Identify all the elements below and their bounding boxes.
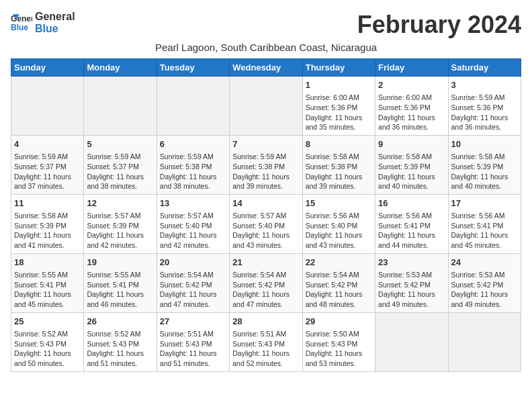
calendar-cell: 7Sunrise: 5:59 AM Sunset: 5:38 PM Daylig… — [230, 135, 302, 194]
day-number: 13 — [160, 197, 226, 210]
calendar-cell: 9Sunrise: 5:58 AM Sunset: 5:39 PM Daylig… — [375, 135, 448, 194]
day-info: Sunrise: 5:59 AM Sunset: 5:38 PM Dayligh… — [232, 152, 299, 191]
day-number: 7 — [232, 138, 299, 150]
calendar-cell: 27Sunrise: 5:51 AM Sunset: 5:43 PM Dayli… — [157, 312, 229, 371]
calendar-cell: 13Sunrise: 5:57 AM Sunset: 5:40 PM Dayli… — [157, 194, 229, 253]
calendar-cell: 28Sunrise: 5:51 AM Sunset: 5:43 PM Dayli… — [230, 312, 302, 371]
day-number: 1 — [306, 79, 372, 91]
svg-text:Blue: Blue — [11, 24, 28, 33]
day-number: 15 — [306, 197, 372, 210]
header-day-monday: Monday — [84, 59, 157, 77]
day-info: Sunrise: 5:53 AM Sunset: 5:42 PM Dayligh… — [378, 270, 445, 310]
day-info: Sunrise: 5:51 AM Sunset: 5:43 PM Dayligh… — [160, 329, 226, 369]
calendar-cell: 16Sunrise: 5:56 AM Sunset: 5:41 PM Dayli… — [375, 194, 448, 253]
day-number: 8 — [306, 138, 372, 150]
calendar-cell: 26Sunrise: 5:52 AM Sunset: 5:43 PM Dayli… — [84, 312, 157, 371]
calendar-cell: 1Sunrise: 6:00 AM Sunset: 5:36 PM Daylig… — [302, 77, 375, 136]
calendar-cell: 20Sunrise: 5:54 AM Sunset: 5:42 PM Dayli… — [157, 253, 229, 312]
day-info: Sunrise: 5:57 AM Sunset: 5:40 PM Dayligh… — [232, 211, 299, 250]
calendar-cell — [157, 77, 229, 136]
day-number: 16 — [378, 197, 445, 210]
day-info: Sunrise: 5:58 AM Sunset: 5:39 PM Dayligh… — [14, 211, 81, 250]
page-title: February 2024 — [357, 11, 521, 39]
calendar-cell — [448, 312, 521, 371]
logo-line2: Blue — [35, 23, 75, 35]
day-info: Sunrise: 5:55 AM Sunset: 5:41 PM Dayligh… — [87, 270, 153, 310]
day-number: 11 — [14, 197, 81, 210]
day-info: Sunrise: 5:54 AM Sunset: 5:42 PM Dayligh… — [232, 270, 299, 310]
day-number: 24 — [451, 257, 518, 269]
calendar-cell — [11, 77, 84, 136]
day-number: 29 — [306, 316, 372, 328]
day-number: 23 — [378, 257, 445, 269]
day-info: Sunrise: 6:00 AM Sunset: 5:36 PM Dayligh… — [378, 93, 445, 132]
day-info: Sunrise: 5:58 AM Sunset: 5:38 PM Dayligh… — [306, 152, 372, 191]
day-number: 2 — [378, 79, 445, 91]
day-number: 28 — [232, 316, 299, 328]
calendar-cell: 2Sunrise: 6:00 AM Sunset: 5:36 PM Daylig… — [375, 77, 448, 136]
calendar-cell — [375, 312, 448, 371]
header-day-sunday: Sunday — [11, 59, 84, 77]
day-number: 14 — [232, 197, 299, 210]
day-number: 27 — [160, 316, 226, 328]
calendar-cell: 25Sunrise: 5:52 AM Sunset: 5:43 PM Dayli… — [11, 312, 84, 371]
page-header: General Blue General Blue February 2024 — [11, 11, 521, 39]
calendar-header-row: SundayMondayTuesdayWednesdayThursdayFrid… — [11, 59, 521, 77]
calendar-cell: 17Sunrise: 5:56 AM Sunset: 5:41 PM Dayli… — [448, 194, 521, 253]
day-info: Sunrise: 5:59 AM Sunset: 5:37 PM Dayligh… — [14, 152, 81, 191]
calendar-week-row: 25Sunrise: 5:52 AM Sunset: 5:43 PM Dayli… — [11, 312, 521, 371]
day-info: Sunrise: 5:58 AM Sunset: 5:39 PM Dayligh… — [378, 152, 445, 191]
day-info: Sunrise: 5:56 AM Sunset: 5:40 PM Dayligh… — [306, 211, 372, 250]
day-info: Sunrise: 5:52 AM Sunset: 5:43 PM Dayligh… — [87, 329, 153, 369]
calendar-cell: 5Sunrise: 5:59 AM Sunset: 5:37 PM Daylig… — [84, 135, 157, 194]
calendar-cell: 8Sunrise: 5:58 AM Sunset: 5:38 PM Daylig… — [302, 135, 375, 194]
day-number: 19 — [87, 257, 153, 269]
calendar-cell: 12Sunrise: 5:57 AM Sunset: 5:39 PM Dayli… — [84, 194, 157, 253]
day-number: 12 — [87, 197, 153, 210]
day-number: 10 — [451, 138, 518, 150]
day-info: Sunrise: 5:57 AM Sunset: 5:40 PM Dayligh… — [160, 211, 226, 250]
day-info: Sunrise: 5:54 AM Sunset: 5:42 PM Dayligh… — [306, 270, 372, 310]
day-info: Sunrise: 5:54 AM Sunset: 5:42 PM Dayligh… — [160, 270, 226, 310]
day-info: Sunrise: 5:55 AM Sunset: 5:41 PM Dayligh… — [14, 270, 81, 310]
calendar-cell: 19Sunrise: 5:55 AM Sunset: 5:41 PM Dayli… — [84, 253, 157, 312]
day-number: 6 — [160, 138, 226, 150]
calendar-cell — [84, 77, 157, 136]
calendar-week-row: 18Sunrise: 5:55 AM Sunset: 5:41 PM Dayli… — [11, 253, 521, 312]
day-info: Sunrise: 5:59 AM Sunset: 5:38 PM Dayligh… — [160, 152, 226, 191]
calendar-cell: 22Sunrise: 5:54 AM Sunset: 5:42 PM Dayli… — [302, 253, 375, 312]
day-number: 3 — [451, 79, 518, 91]
day-number: 22 — [306, 257, 372, 269]
calendar-week-row: 11Sunrise: 5:58 AM Sunset: 5:39 PM Dayli… — [11, 194, 521, 253]
calendar-cell: 11Sunrise: 5:58 AM Sunset: 5:39 PM Dayli… — [11, 194, 84, 253]
header-day-thursday: Thursday — [302, 59, 375, 77]
day-info: Sunrise: 5:59 AM Sunset: 5:37 PM Dayligh… — [87, 152, 153, 191]
calendar-cell: 14Sunrise: 5:57 AM Sunset: 5:40 PM Dayli… — [230, 194, 302, 253]
calendar-cell: 3Sunrise: 5:59 AM Sunset: 5:36 PM Daylig… — [448, 77, 521, 136]
page-subtitle: Pearl Lagoon, South Caribbean Coast, Nic… — [11, 42, 521, 53]
header-day-tuesday: Tuesday — [157, 59, 229, 77]
day-number: 4 — [14, 138, 81, 150]
calendar-cell: 29Sunrise: 5:50 AM Sunset: 5:43 PM Dayli… — [302, 312, 375, 371]
day-info: Sunrise: 5:59 AM Sunset: 5:36 PM Dayligh… — [451, 93, 518, 132]
day-info: Sunrise: 5:58 AM Sunset: 5:39 PM Dayligh… — [451, 152, 518, 191]
day-info: Sunrise: 5:52 AM Sunset: 5:43 PM Dayligh… — [14, 329, 81, 369]
calendar-cell: 4Sunrise: 5:59 AM Sunset: 5:37 PM Daylig… — [11, 135, 84, 194]
logo: General Blue General Blue — [11, 11, 75, 36]
calendar-cell: 15Sunrise: 5:56 AM Sunset: 5:40 PM Dayli… — [302, 194, 375, 253]
day-info: Sunrise: 5:57 AM Sunset: 5:39 PM Dayligh… — [87, 211, 153, 250]
day-info: Sunrise: 5:50 AM Sunset: 5:43 PM Dayligh… — [306, 329, 372, 369]
day-number: 9 — [378, 138, 445, 150]
header-day-friday: Friday — [375, 59, 448, 77]
day-info: Sunrise: 5:56 AM Sunset: 5:41 PM Dayligh… — [451, 211, 518, 250]
day-number: 26 — [87, 316, 153, 328]
logo-icon: General Blue — [11, 12, 32, 34]
calendar-week-row: 4Sunrise: 5:59 AM Sunset: 5:37 PM Daylig… — [11, 135, 521, 194]
header-day-wednesday: Wednesday — [230, 59, 302, 77]
day-number: 5 — [87, 138, 153, 150]
calendar-cell: 18Sunrise: 5:55 AM Sunset: 5:41 PM Dayli… — [11, 253, 84, 312]
day-info: Sunrise: 5:51 AM Sunset: 5:43 PM Dayligh… — [232, 329, 299, 369]
day-number: 21 — [232, 257, 299, 269]
calendar-week-row: 1Sunrise: 6:00 AM Sunset: 5:36 PM Daylig… — [11, 77, 521, 136]
day-number: 20 — [160, 257, 226, 269]
